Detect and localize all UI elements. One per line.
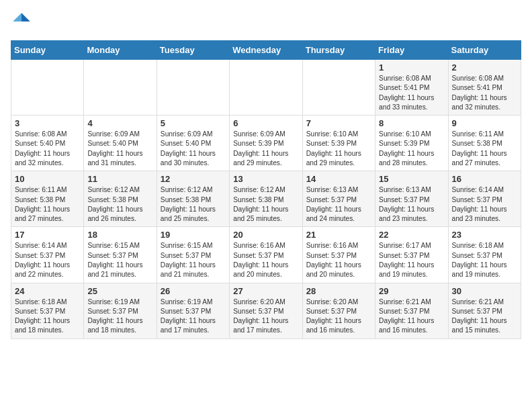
sunset-label: Sunset: 5:38 PM <box>161 196 211 203</box>
sunrise-label: Sunrise: 6:14 AM <box>452 186 504 193</box>
calendar-cell: 19 Sunrise: 6:15 AM Sunset: 5:37 PM Dayl… <box>157 227 229 283</box>
sunset-label: Sunset: 5:37 PM <box>379 252 429 259</box>
calendar-table: SundayMondayTuesdayWednesdayThursdayFrid… <box>11 40 521 339</box>
calendar-cell: 25 Sunrise: 6:19 AM Sunset: 5:37 PM Dayl… <box>84 283 157 338</box>
cell-content: Sunrise: 6:12 AM Sunset: 5:38 PM Dayligh… <box>87 185 152 224</box>
calendar-cell <box>11 60 84 116</box>
day-number: 20 <box>233 230 298 240</box>
cell-content: Sunrise: 6:12 AM Sunset: 5:38 PM Dayligh… <box>233 185 298 224</box>
sunset-label: Sunset: 5:37 PM <box>452 308 502 315</box>
day-number: 22 <box>379 230 444 240</box>
day-number: 15 <box>379 174 444 184</box>
svg-marker-1 <box>13 13 21 21</box>
calendar-week-row: 1 Sunrise: 6:08 AM Sunset: 5:41 PM Dayli… <box>11 60 521 116</box>
cell-content: Sunrise: 6:12 AM Sunset: 5:38 PM Dayligh… <box>161 185 226 224</box>
calendar-cell: 22 Sunrise: 6:17 AM Sunset: 5:37 PM Dayl… <box>375 227 448 283</box>
column-header-friday: Friday <box>375 41 448 60</box>
sunset-label: Sunset: 5:38 PM <box>87 196 138 203</box>
sunset-label: Sunset: 5:38 PM <box>452 140 502 147</box>
day-number: 6 <box>233 118 298 128</box>
day-number: 17 <box>15 230 80 240</box>
calendar-cell: 5 Sunrise: 6:09 AM Sunset: 5:40 PM Dayli… <box>157 116 229 171</box>
daylight-label: Daylight: 11 hours and 25 minutes. <box>161 205 216 222</box>
day-number: 1 <box>379 62 444 73</box>
calendar-cell: 8 Sunrise: 6:10 AM Sunset: 5:39 PM Dayli… <box>375 116 448 171</box>
calendar-cell: 17 Sunrise: 6:14 AM Sunset: 5:37 PM Dayl… <box>11 227 84 283</box>
sunset-label: Sunset: 5:40 PM <box>87 140 138 147</box>
day-number: 8 <box>379 118 444 128</box>
calendar-cell: 15 Sunrise: 6:13 AM Sunset: 5:37 PM Dayl… <box>375 171 448 227</box>
cell-content: Sunrise: 6:21 AM Sunset: 5:37 PM Dayligh… <box>452 298 517 336</box>
daylight-label: Daylight: 11 hours and 16 minutes. <box>379 317 434 334</box>
sunset-label: Sunset: 5:37 PM <box>161 252 211 259</box>
day-number: 2 <box>452 62 517 73</box>
sunset-label: Sunset: 5:37 PM <box>87 308 138 315</box>
day-number: 9 <box>452 118 517 128</box>
cell-content: Sunrise: 6:21 AM Sunset: 5:37 PM Dayligh… <box>379 298 444 336</box>
day-number: 21 <box>306 230 371 240</box>
logo <box>11 11 35 32</box>
cell-content: Sunrise: 6:19 AM Sunset: 5:37 PM Dayligh… <box>161 298 226 336</box>
svg-marker-0 <box>21 13 30 21</box>
column-header-wednesday: Wednesday <box>230 41 302 60</box>
daylight-label: Daylight: 11 hours and 18 minutes. <box>15 317 70 334</box>
cell-content: Sunrise: 6:18 AM Sunset: 5:37 PM Dayligh… <box>15 298 80 336</box>
sunrise-label: Sunrise: 6:08 AM <box>379 75 431 82</box>
cell-content: Sunrise: 6:15 AM Sunset: 5:37 PM Dayligh… <box>87 241 152 279</box>
calendar-cell: 28 Sunrise: 6:20 AM Sunset: 5:37 PM Dayl… <box>302 283 375 338</box>
sunset-label: Sunset: 5:37 PM <box>379 308 429 315</box>
sunset-label: Sunset: 5:38 PM <box>15 196 65 203</box>
sunset-label: Sunset: 5:37 PM <box>161 308 211 315</box>
cell-content: Sunrise: 6:13 AM Sunset: 5:37 PM Dayligh… <box>306 185 371 224</box>
sunrise-label: Sunrise: 6:19 AM <box>87 298 140 306</box>
day-number: 24 <box>15 286 80 296</box>
sunrise-label: Sunrise: 6:08 AM <box>15 130 67 138</box>
daylight-label: Daylight: 11 hours and 32 minutes. <box>452 94 507 111</box>
logo-icon <box>11 11 32 32</box>
daylight-label: Daylight: 11 hours and 23 minutes. <box>452 205 507 222</box>
calendar-cell: 23 Sunrise: 6:18 AM Sunset: 5:37 PM Dayl… <box>448 227 521 283</box>
calendar-cell: 12 Sunrise: 6:12 AM Sunset: 5:38 PM Dayl… <box>157 171 229 227</box>
daylight-label: Daylight: 11 hours and 17 minutes. <box>233 317 288 334</box>
day-number: 27 <box>233 286 298 296</box>
day-number: 18 <box>87 230 152 240</box>
sunset-label: Sunset: 5:41 PM <box>379 84 429 91</box>
sunrise-label: Sunrise: 6:11 AM <box>452 130 504 138</box>
sunset-label: Sunset: 5:37 PM <box>306 196 357 203</box>
cell-content: Sunrise: 6:15 AM Sunset: 5:37 PM Dayligh… <box>161 241 226 279</box>
cell-content: Sunrise: 6:14 AM Sunset: 5:37 PM Dayligh… <box>452 185 517 224</box>
daylight-label: Daylight: 11 hours and 23 minutes. <box>379 205 434 222</box>
sunset-label: Sunset: 5:37 PM <box>379 196 429 203</box>
calendar-week-row: 10 Sunrise: 6:11 AM Sunset: 5:38 PM Dayl… <box>11 171 521 227</box>
cell-content: Sunrise: 6:09 AM Sunset: 5:40 PM Dayligh… <box>87 130 152 168</box>
cell-content: Sunrise: 6:20 AM Sunset: 5:37 PM Dayligh… <box>233 298 298 336</box>
sunrise-label: Sunrise: 6:21 AM <box>379 298 431 306</box>
calendar-cell <box>230 60 302 116</box>
calendar-cell: 14 Sunrise: 6:13 AM Sunset: 5:37 PM Dayl… <box>302 171 375 227</box>
calendar-cell: 2 Sunrise: 6:08 AM Sunset: 5:41 PM Dayli… <box>448 60 521 116</box>
sunrise-label: Sunrise: 6:15 AM <box>87 242 140 249</box>
sunrise-label: Sunrise: 6:09 AM <box>233 130 285 138</box>
column-header-sunday: Sunday <box>11 41 84 60</box>
cell-content: Sunrise: 6:16 AM Sunset: 5:37 PM Dayligh… <box>233 241 298 279</box>
day-number: 3 <box>15 118 80 128</box>
daylight-label: Daylight: 11 hours and 19 minutes. <box>379 261 434 278</box>
daylight-label: Daylight: 11 hours and 27 minutes. <box>452 150 507 167</box>
calendar-cell: 4 Sunrise: 6:09 AM Sunset: 5:40 PM Dayli… <box>84 116 157 171</box>
day-number: 25 <box>87 286 152 296</box>
sunrise-label: Sunrise: 6:13 AM <box>306 186 359 193</box>
calendar-cell <box>84 60 157 116</box>
cell-content: Sunrise: 6:13 AM Sunset: 5:37 PM Dayligh… <box>379 185 444 224</box>
daylight-label: Daylight: 11 hours and 32 minutes. <box>15 150 70 167</box>
sunrise-label: Sunrise: 6:13 AM <box>379 186 431 193</box>
calendar-week-row: 17 Sunrise: 6:14 AM Sunset: 5:37 PM Dayl… <box>11 227 521 283</box>
sunset-label: Sunset: 5:39 PM <box>233 140 283 147</box>
calendar-cell: 18 Sunrise: 6:15 AM Sunset: 5:37 PM Dayl… <box>84 227 157 283</box>
sunrise-label: Sunrise: 6:18 AM <box>452 242 504 249</box>
daylight-label: Daylight: 11 hours and 22 minutes. <box>15 261 70 278</box>
sunrise-label: Sunrise: 6:20 AM <box>306 298 359 306</box>
calendar-cell: 21 Sunrise: 6:16 AM Sunset: 5:37 PM Dayl… <box>302 227 375 283</box>
day-number: 7 <box>306 118 371 128</box>
day-number: 10 <box>15 174 80 184</box>
daylight-label: Daylight: 11 hours and 30 minutes. <box>161 150 216 167</box>
